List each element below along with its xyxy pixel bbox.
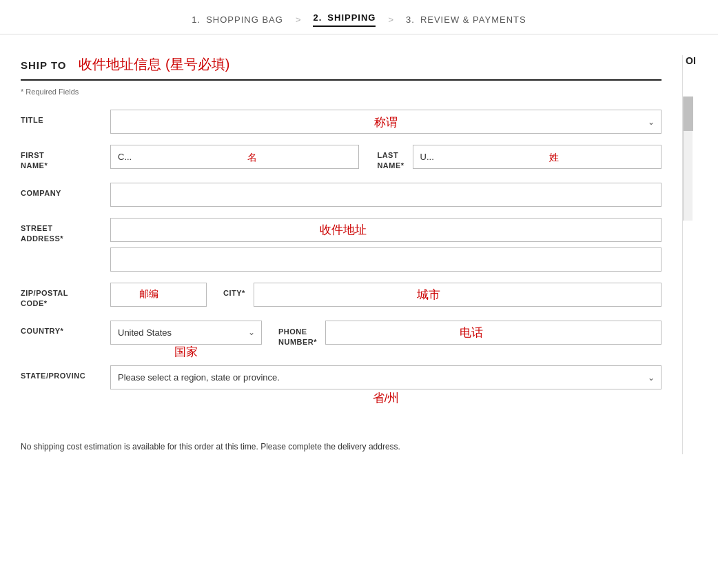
company-row: COMPANY [21,183,661,207]
last-name-label: LAST NAME* [367,145,404,172]
zip-city-row: ZIP/POSTAL CODE* 邮编 CITY* 城市 [21,283,661,310]
steps-bar: 1. SHOPPING BAG > 2. SHIPPING > 3. REVIE… [0,0,718,34]
street-address-label: STREET ADDRESS* [21,218,110,245]
step-shipping[interactable]: 2. SHIPPING [313,12,376,27]
street-address-group: 收件地址 [110,218,661,242]
step2-text: SHIPPING [327,12,376,23]
first-name-input[interactable] [110,145,359,169]
name-row: FIRST NAME* 名 LAST NAME* 姓 [21,145,661,172]
ship-to-title-cn: 收件地址信息 (星号必填) [79,55,229,74]
scrollbar-thumb[interactable] [684,97,693,131]
shipping-form: SHIP TO 收件地址信息 (星号必填) * Required Fields … [21,55,661,454]
title-label: TITLE [21,110,110,125]
country-phone-row: COUNTRY* United States China United King… [21,321,661,348]
title-select[interactable]: Mr. Mrs. Ms. Dr. [110,110,661,134]
country-group: United States China United Kingdom Canad… [110,321,262,345]
first-name-group: 名 [110,145,359,172]
state-select[interactable]: Please select a region, state or provinc… [110,365,661,389]
first-name-label: FIRST NAME* [21,145,110,172]
step1-text: SHOPPING BAG [206,14,283,25]
phone-label: PHONE NUMBER* [262,321,325,348]
ol-label: OI [686,55,696,66]
last-name-group: 姓 [413,145,661,172]
last-name-input[interactable] [413,145,661,169]
country-select-wrapper[interactable]: United States China United Kingdom Canad… [110,321,262,345]
step-shopping-bag[interactable]: 1. SHOPPING BAG [192,14,283,25]
shipping-note: No shipping cost estimation is available… [21,440,661,454]
step2-label: 2. [313,12,322,23]
title-row: TITLE Mr. Mrs. Ms. Dr. ⌄ 称谓 [21,110,661,134]
city-input-wrapper: 城市 [254,283,661,307]
title-select-wrapper[interactable]: Mr. Mrs. Ms. Dr. ⌄ 称谓 [110,110,661,134]
phone-input-wrapper: 电话 [325,321,661,345]
state-select-wrapper[interactable]: Please select a region, state or provinc… [110,365,661,389]
required-note: * Required Fields [21,88,661,96]
country-select[interactable]: United States China United Kingdom Canad… [110,321,262,345]
street-address-row: STREET ADDRESS* 收件地址 [21,218,661,272]
phone-group: PHONE NUMBER* 电话 [262,321,661,348]
zip-group: 邮编 [110,283,207,307]
state-group: Please select a region, state or provinc… [110,365,661,389]
arrow-2: > [388,14,393,25]
arrow-1: > [296,14,301,25]
state-row: STATE/PROVINC Please select a region, st… [21,365,661,389]
ship-to-header: SHIP TO 收件地址信息 (星号必填) [21,55,661,81]
right-panel: OI [682,55,697,454]
country-cn-label: 国家 [174,344,198,360]
step-review[interactable]: 3. REVIEW & PAYMENTS [406,14,526,25]
state-label: STATE/PROVINC [21,365,110,381]
company-label: COMPANY [21,183,110,199]
step3-text: REVIEW & PAYMENTS [420,14,526,25]
ship-to-label: SHIP TO [21,59,66,71]
scrollbar-track[interactable] [683,97,693,221]
zip-input[interactable] [110,283,207,307]
company-input[interactable] [110,183,661,207]
zip-label: ZIP/POSTAL CODE* [21,283,110,310]
city-label: CITY* [207,283,254,297]
phone-input[interactable] [325,321,661,345]
step3-label: 3. [406,14,415,25]
city-group: CITY* 城市 [207,283,661,307]
street-address-input[interactable] [110,218,661,242]
city-input[interactable] [254,283,661,307]
country-label: COUNTRY* [21,321,110,336]
step1-label: 1. [192,14,201,25]
street-address2-input[interactable] [110,247,661,272]
